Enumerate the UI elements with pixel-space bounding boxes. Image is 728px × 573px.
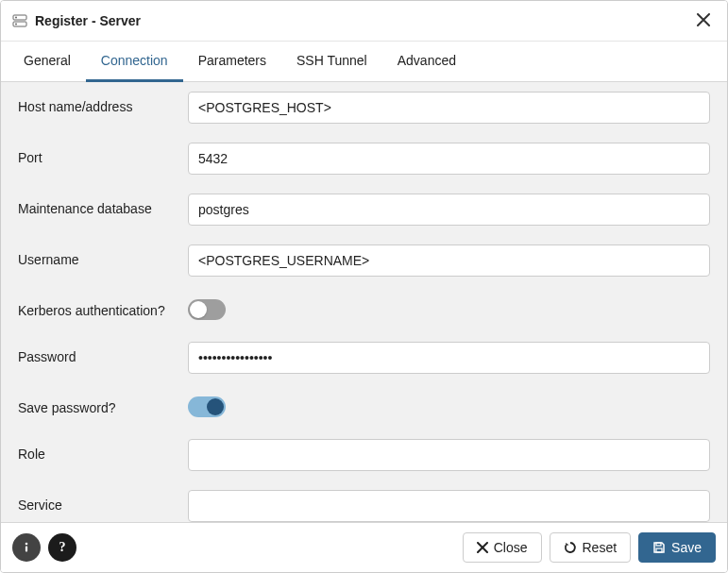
- save-password-label: Save password?: [18, 393, 188, 415]
- reset-button[interactable]: Reset: [550, 532, 632, 563]
- kerberos-toggle[interactable]: [188, 299, 226, 320]
- save-icon: [652, 541, 666, 554]
- maintenance-db-label: Maintenance database: [18, 194, 188, 216]
- service-input[interactable]: [188, 490, 710, 522]
- save-password-toggle[interactable]: [188, 396, 226, 417]
- service-label: Service: [18, 490, 188, 513]
- role-label: Role: [18, 439, 188, 462]
- svg-point-3: [15, 24, 17, 25]
- port-input[interactable]: [188, 143, 710, 175]
- dialog-title: Register - Server: [35, 13, 691, 28]
- tab-advanced[interactable]: Advanced: [382, 42, 471, 82]
- help-button[interactable]: ?: [48, 533, 76, 562]
- info-button[interactable]: [12, 533, 41, 562]
- svg-rect-7: [656, 548, 662, 552]
- reset-icon: [564, 541, 577, 554]
- host-input[interactable]: [188, 92, 710, 124]
- connection-form: Host name/address Port Maintenance datab…: [1, 82, 727, 522]
- role-input[interactable]: [188, 439, 710, 471]
- svg-rect-5: [25, 547, 27, 552]
- close-icon: [477, 542, 488, 553]
- tab-connection[interactable]: Connection: [86, 42, 183, 82]
- save-button-label: Save: [671, 540, 702, 555]
- maintenance-db-input[interactable]: [188, 194, 710, 226]
- register-server-dialog: Register - Server General Connection Par…: [0, 0, 728, 573]
- reset-button-label: Reset: [583, 540, 618, 555]
- server-icon: [12, 13, 27, 28]
- kerberos-label: Kerberos authentication?: [18, 295, 188, 318]
- close-button[interactable]: Close: [463, 532, 542, 563]
- tab-parameters[interactable]: Parameters: [183, 42, 281, 82]
- svg-rect-6: [656, 543, 661, 546]
- svg-point-2: [15, 17, 17, 19]
- port-label: Port: [18, 143, 188, 165]
- titlebar: Register - Server: [1, 1, 727, 42]
- close-button-label: Close: [494, 540, 528, 555]
- tab-general[interactable]: General: [8, 42, 86, 82]
- password-label: Password: [18, 342, 188, 364]
- close-icon[interactable]: [691, 8, 716, 33]
- save-button[interactable]: Save: [638, 532, 716, 563]
- dialog-footer: ? Close Reset Save: [1, 522, 727, 572]
- password-input[interactable]: [188, 342, 710, 374]
- svg-point-4: [25, 543, 28, 546]
- tab-ssh-tunnel[interactable]: SSH Tunnel: [281, 42, 382, 82]
- host-label: Host name/address: [18, 92, 188, 114]
- username-label: Username: [18, 244, 188, 267]
- tabs: General Connection Parameters SSH Tunnel…: [1, 42, 727, 82]
- username-input[interactable]: [188, 244, 710, 277]
